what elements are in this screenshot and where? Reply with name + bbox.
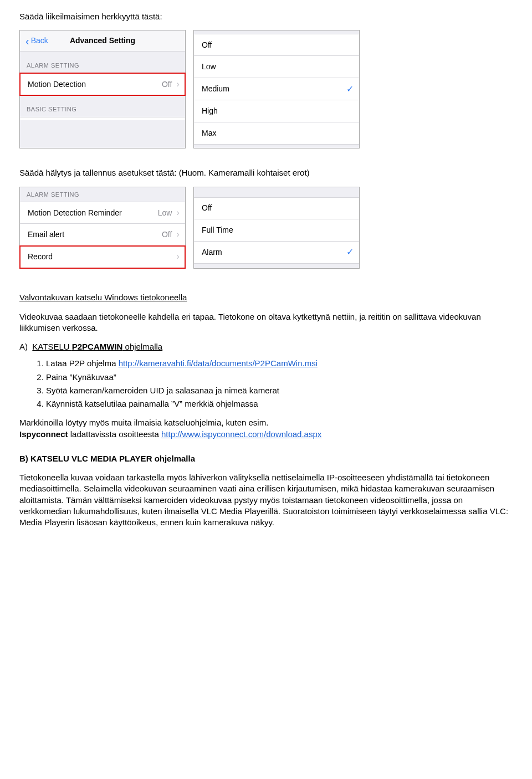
option-label: Low xyxy=(202,62,216,72)
heading-alarm-record: Säädä hälytys ja tallennus asetukset täs… xyxy=(19,167,513,178)
paragraph-vlc: Tietokoneella kuvaa voidaan tarkastella … xyxy=(19,472,513,528)
panel-alarm-settings: ALARM SETTING Motion Detection Reminder … xyxy=(19,187,186,269)
step-4: Käynnistä katselutilaa painamalla ”V” me… xyxy=(46,398,513,409)
chevron-right-icon: › xyxy=(176,78,180,91)
step-3: Syötä kameran/kameroiden UID ja salasana… xyxy=(46,385,513,396)
row-motion-detection[interactable]: Motion Detection Off › xyxy=(20,73,185,95)
chevron-right-icon: › xyxy=(176,250,180,263)
row-label: Record xyxy=(28,252,53,262)
option-low[interactable]: Low xyxy=(194,56,359,78)
row-sensitivity: ‹ Back Advanced Setting ALARM SETTING Mo… xyxy=(19,30,513,148)
option-label: Off xyxy=(202,203,212,213)
option-label: Alarm xyxy=(202,247,222,258)
option-high[interactable]: High xyxy=(194,100,359,122)
paragraph-intro: Videokuvaa saadaan tietokoneelle kahdell… xyxy=(19,311,513,334)
check-icon: ✓ xyxy=(346,83,354,95)
row-label: Email alert xyxy=(28,229,64,240)
option-full-time[interactable]: Full Time xyxy=(194,219,359,242)
heading-windows-viewing: Valvontakuvan katselu Windows tietokonee… xyxy=(19,292,513,303)
panel-advanced-setting: ‹ Back Advanced Setting ALARM SETTING Mo… xyxy=(19,30,186,148)
row-value: Low xyxy=(158,208,172,218)
chevron-left-icon: ‹ xyxy=(25,35,29,47)
row-label: Motion Detection Reminder xyxy=(28,208,122,218)
step-1-text: Lataa P2P ohjelma xyxy=(46,358,119,368)
row-record[interactable]: Record › xyxy=(20,246,185,268)
option-off[interactable]: Off xyxy=(194,197,359,219)
group-alarm-setting: ALARM SETTING xyxy=(20,187,185,202)
row-email-alert[interactable]: Email alert Off › xyxy=(20,224,185,246)
check-icon: ✓ xyxy=(346,246,354,258)
sub-a-text: KATSELU P2PCAMWIN ohjelmalla xyxy=(32,342,162,351)
others-line1: Markkinoilla löytyy myös muita ilmaisia … xyxy=(19,418,268,427)
chevron-right-icon: › xyxy=(176,228,180,241)
row-motion-reminder[interactable]: Motion Detection Reminder Low › xyxy=(20,202,185,224)
back-button[interactable]: ‹ Back xyxy=(20,35,54,47)
option-label: High xyxy=(202,106,218,116)
row-value: Off xyxy=(162,79,172,90)
row-label: Motion Detection xyxy=(28,79,86,90)
paragraph-others: Markkinoilla löytyy myös muita ilmaisia … xyxy=(19,417,513,440)
option-label: Max xyxy=(202,128,216,139)
link-p2pcamwin[interactable]: http://kameravahti.fi/data/documents/P2P… xyxy=(119,358,318,368)
group-alarm-setting: ALARM SETTING xyxy=(20,52,185,73)
group-basic-setting: BASIC SETTING xyxy=(20,95,185,117)
subheading-b: B) KATSELU VLC MEDIA PLAYER ohjelmalla xyxy=(19,453,513,464)
back-label: Back xyxy=(31,35,48,46)
group-stub xyxy=(20,117,185,120)
option-label: Medium xyxy=(202,84,229,94)
heading-sensitivity: Säädä liikeilmaisimen herkkyyttä tästä: xyxy=(19,11,513,22)
step-2: Paina ”Kynäkuvaa” xyxy=(46,372,513,383)
option-max[interactable]: Max xyxy=(194,122,359,145)
nav-bar: ‹ Back Advanced Setting xyxy=(20,30,185,52)
subheading-a: A) KATSELU P2PCAMWIN ohjelmalla xyxy=(19,341,513,352)
option-medium[interactable]: Medium ✓ xyxy=(194,78,359,100)
list-a-steps: Lataa P2P ohjelma http://kameravahti.fi/… xyxy=(19,358,513,409)
ispy-mid: ladattavissta osoitteesta xyxy=(70,429,161,439)
option-alarm[interactable]: Alarm ✓ xyxy=(194,242,359,264)
option-label: Off xyxy=(202,40,212,50)
row-value: Off xyxy=(162,229,172,240)
sub-b-text: B) KATSELU VLC MEDIA PLAYER ohjelmalla xyxy=(19,454,195,463)
chevron-right-icon: › xyxy=(176,207,180,219)
panel-sensitivity-options: Off Low Medium ✓ High Max xyxy=(193,30,360,148)
option-label: Full Time xyxy=(202,225,233,235)
ispy-name: Ispyconnect xyxy=(19,429,68,439)
link-ispyconnect[interactable]: http://www.ispyconnect.com/download.aspx xyxy=(161,429,321,439)
step-1: Lataa P2P ohjelma http://kameravahti.fi/… xyxy=(46,358,513,369)
option-off[interactable]: Off xyxy=(194,34,359,56)
row-alarm-record: ALARM SETTING Motion Detection Reminder … xyxy=(19,187,513,269)
panel-record-options: Off Full Time Alarm ✓ xyxy=(193,187,360,269)
